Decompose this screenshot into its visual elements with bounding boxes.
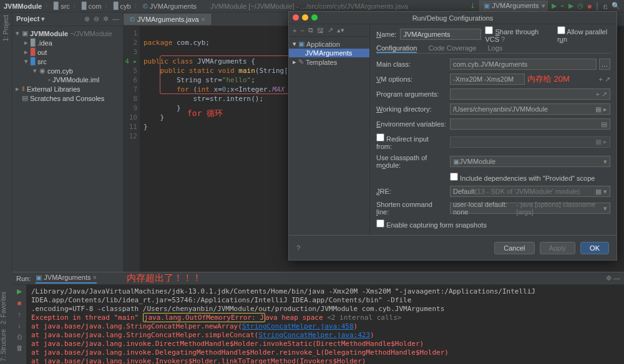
project-pane: Project ▾ ⊕ ⊖ ✲ — ▾▣JVMModule ~/JVMModul…	[12, 12, 124, 272]
stop2-icon[interactable]: ■	[17, 299, 22, 307]
project-expand-icon[interactable]: ⊕	[84, 15, 90, 23]
jre-select[interactable]: Default (13 - SDK of 'JVMModule' module)…	[450, 186, 610, 197]
close-window-icon[interactable]	[293, 14, 299, 21]
project-hide-icon[interactable]: —	[112, 15, 119, 23]
ok-button[interactable]: OK	[580, 242, 609, 254]
config-tabs: Configuration Code Coverage Logs	[376, 44, 610, 54]
run-debug-config-dialog: Run/Debug Configurations + − ⧉ 🖫 ↗ ▴▾ ▾▣…	[288, 11, 617, 261]
code-annotation: for 循环	[187, 108, 223, 118]
stop-icon[interactable]: ■	[587, 2, 592, 10]
structure-tab[interactable]: 7: Structure	[0, 327, 12, 364]
config-node-application[interactable]: ▾▣Application	[289, 39, 369, 49]
editor-tab[interactable]: ©JVMArguments.java×	[124, 14, 212, 25]
remove-config-icon[interactable]: −	[300, 27, 304, 34]
profile-icon[interactable]: ◷	[577, 2, 583, 10]
config-node-templates[interactable]: ▸✎Templates	[289, 57, 369, 67]
apply-button[interactable]: Apply	[540, 242, 576, 254]
name-label: Name:	[376, 31, 396, 38]
up-icon[interactable]: ↑	[17, 310, 21, 318]
config-node-jvmarguments[interactable]: JVMArguments	[289, 49, 369, 57]
run-tab[interactable]: ▣ JVMArguments ×	[36, 274, 97, 284]
vm-options-field[interactable]: -Xmx20M -Xms20M	[450, 74, 525, 85]
allow-parallel-checkbox[interactable]: Allow parallel run	[557, 26, 610, 43]
cancel-button[interactable]: Cancel	[494, 242, 534, 254]
coverage-icon[interactable]: ▶	[568, 2, 573, 10]
project-collapse-icon[interactable]: ⊖	[94, 15, 99, 23]
dialog-titlebar: Run/Debug Configurations	[289, 12, 617, 24]
include-provided-checkbox[interactable]: Include dependencies with "Provided" sco…	[450, 173, 595, 182]
project-settings-icon[interactable]: ✲	[103, 15, 109, 23]
project-tool-tab[interactable]: 1: Project	[2, 12, 9, 44]
classpath-module-select[interactable]: ▣ JVMModule▾	[450, 156, 610, 167]
console-settings-icon[interactable]: ✲ —	[606, 274, 620, 282]
favorites-tab[interactable]: 2: Favorites	[0, 289, 12, 327]
program-args-label: Program arguments:	[376, 90, 446, 98]
window-subtitle: JVMModule [~/JVMModule] - .../src/com/cy…	[210, 2, 408, 10]
console-side-icons: ▶ ■ ↑ ↓ ⎙ 🗑	[12, 272, 26, 364]
build-icon[interactable]: ⤓	[470, 2, 475, 10]
main-class-label: Main class:	[376, 60, 446, 68]
name-input[interactable]	[400, 29, 481, 40]
shorten-cmd-select[interactable]: user-local default: none - java [options…	[450, 203, 610, 214]
code-coverage-tab[interactable]: Code Coverage	[428, 44, 476, 53]
vm-options-label: VM options:	[376, 75, 446, 83]
run-console: Run: ▣ JVMArguments × 内存超出了！！！ ✲ — ▶ ■ ↑…	[0, 272, 624, 364]
classpath-module-label: Use classpath of module:	[376, 154, 446, 169]
close-icon[interactable]: ×	[202, 16, 205, 23]
config-form-pane: Name: Share through VCS ? Allow parallel…	[370, 24, 617, 235]
line-gutter: 1234 ▸56789101112	[124, 26, 140, 272]
config-tree-pane: + − ⧉ 🖫 ↗ ▴▾ ▾▣Application JVMArguments …	[289, 24, 370, 235]
help-icon[interactable]: ?	[296, 244, 300, 252]
breadcrumb[interactable]: JVMModule 〉▉src 〉▉com 〉▉cyb 〉©JVMArgumen…	[4, 2, 197, 10]
share-vcs-checkbox[interactable]: Share through VCS ?	[485, 26, 549, 43]
code-highlight-box	[160, 55, 291, 94]
left-tool-strip: 1: Project	[0, 12, 12, 272]
trash-icon[interactable]: 🗑	[16, 344, 23, 352]
run-tool-label: Run:	[16, 275, 31, 282]
edit-config-icon[interactable]: ↗	[328, 26, 333, 34]
copy-config-icon[interactable]: ⧉	[308, 26, 313, 34]
working-dir-field[interactable]: /Users/chenyanbin/JVMModule▦ ▸	[450, 103, 610, 115]
project-tree[interactable]: ▾▣JVMModule ~/JVMModule ▸▉.idea ▸▉out ▾▉…	[12, 26, 123, 105]
save-config-icon[interactable]: 🖫	[317, 27, 324, 34]
browse-class-icon[interactable]: …	[599, 59, 610, 70]
down-icon[interactable]: ↓	[17, 322, 21, 329]
rerun-icon[interactable]: ▶	[17, 287, 22, 295]
env-vars-field[interactable]: ▤	[450, 118, 610, 130]
git-icon[interactable]: ⎌	[603, 2, 608, 10]
run-config-dropdown[interactable]: ▣ JVMArguments ▾	[479, 1, 548, 11]
vm-expand-icon[interactable]: + ↗	[599, 75, 610, 84]
console-output[interactable]: /Library/Java/JavaVirtualMachines/jdk-13…	[26, 272, 624, 364]
top-toolbar: JVMModule 〉▉src 〉▉com 〉▉cyb 〉©JVMArgumen…	[0, 0, 624, 12]
env-vars-label: Environment variables:	[376, 120, 446, 128]
redirect-input-label: Redirect input from:	[376, 133, 446, 150]
export-icon[interactable]: ⎙	[17, 333, 22, 340]
run-icon[interactable]: ▶	[552, 2, 557, 10]
logs-tab[interactable]: Logs	[488, 44, 503, 53]
jre-label: JRE:	[376, 188, 446, 195]
capture-snapshots-checkbox[interactable]: Enable capturing form snapshots	[376, 219, 487, 229]
zoom-window-icon[interactable]	[311, 14, 318, 21]
debug-icon[interactable]: ⌁	[560, 2, 565, 10]
add-config-icon[interactable]: +	[293, 27, 296, 34]
minimize-window-icon[interactable]	[302, 14, 308, 21]
vm-annotation: 内存给 20M	[527, 74, 570, 85]
configuration-tab[interactable]: Configuration	[376, 44, 417, 53]
shorten-cmd-label: Shorten command line:	[376, 201, 446, 216]
console-annotation: 内存超出了！！！	[127, 272, 202, 284]
redirect-input-field: ▦ ▸	[450, 136, 610, 148]
working-dir-label: Working directory:	[376, 105, 446, 113]
program-args-field[interactable]: + ↗	[450, 89, 610, 100]
search-icon[interactable]: 🔍	[612, 2, 620, 10]
main-class-field[interactable]: com.cyb.JVMArguments	[450, 59, 597, 70]
project-view-selector[interactable]: Project ▾	[16, 15, 45, 23]
